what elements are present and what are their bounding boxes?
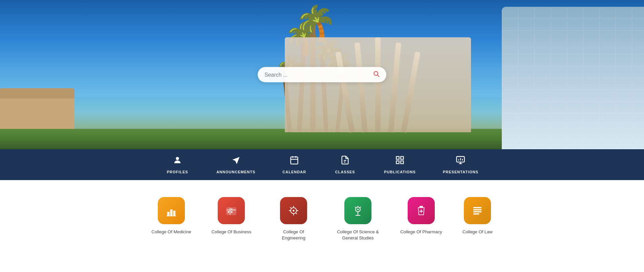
svg-rect-20 [170,210,172,216]
college-item-engineering[interactable]: College Of Engineering [272,197,316,241]
calendar-label: CALENDAR [282,170,306,174]
svg-rect-26 [228,211,229,213]
medicine-svg [164,203,178,218]
nav-item-presentations[interactable]: PRESENTATIONS [429,149,492,180]
search-button[interactable] [370,71,380,79]
college-label-law: College Of Law [463,229,493,235]
college-item-medicine[interactable]: College Of Medicine [151,197,191,235]
svg-rect-12 [401,161,403,163]
building-fins [349,37,406,132]
building-right [502,7,644,149]
nav-item-classes[interactable]: CLASSES [320,149,370,180]
svg-line-42 [355,207,356,208]
college-icon-law [464,197,491,224]
colleges-section: College Of Medicine College Of Business [0,180,644,255]
svg-line-43 [360,207,361,208]
svg-rect-49 [473,211,482,213]
building-center [285,37,471,132]
hero-section: 🌴 🌴 🌴 🌴 🌴 [0,0,644,149]
search-icon [373,71,380,77]
svg-rect-10 [401,157,403,159]
calendar-icon [289,155,299,167]
college-icon-medicine [158,197,185,224]
svg-rect-9 [396,157,399,159]
svg-point-30 [293,210,295,211]
college-icon-science [344,197,371,224]
building-right-grid [502,7,644,149]
college-item-science[interactable]: College Of Science & General Studies [336,197,380,241]
svg-point-38 [357,209,359,210]
engineering-svg [286,203,301,218]
fin-3 [375,37,381,132]
svg-rect-50 [473,213,479,215]
presentations-icon [456,155,465,167]
svg-line-36 [296,213,297,214]
college-label-engineering: College Of Engineering [272,229,316,241]
search-input[interactable] [264,71,370,78]
announcements-label: ANNOUNCEMENTS [216,170,255,174]
nav-inner: PROFILES ANNOUNCEMENTS CALENDAR [136,149,508,180]
fin-2 [355,42,368,132]
business-svg [224,203,238,218]
svg-line-35 [290,207,292,209]
science-svg [351,203,365,218]
search-box [258,67,386,82]
svg-rect-48 [473,209,482,211]
svg-point-2 [176,157,179,160]
publications-label: PUBLICATIONS [384,170,416,174]
nav-item-announcements[interactable]: ANNOUNCEMENTS [203,149,269,180]
svg-rect-11 [396,161,399,163]
college-icon-pharmacy [408,197,435,224]
nav-bar: PROFILES ANNOUNCEMENTS CALENDAR [0,149,644,180]
svg-rect-28 [231,209,232,210]
college-item-law[interactable]: College Of Law [463,197,493,235]
profiles-icon [173,155,182,167]
college-icon-business [218,197,245,224]
svg-rect-21 [173,211,175,216]
law-svg [470,203,485,218]
announcements-icon [231,155,241,167]
svg-rect-19 [167,212,170,216]
college-label-pharmacy: College Of Pharmacy [400,229,442,235]
college-label-business: College Of Business [211,229,251,235]
college-icon-engineering [280,197,307,224]
svg-rect-3 [291,157,298,164]
fin-4 [388,42,401,132]
svg-rect-47 [473,207,482,209]
college-item-business[interactable]: College Of Business [211,197,251,235]
profiles-label: PROFILES [167,170,188,174]
nav-item-publications[interactable]: PUBLICATIONS [370,149,429,180]
presentations-label: PRESENTATIONS [443,170,478,174]
svg-rect-27 [231,211,232,213]
college-label-science: College Of Science & General Studies [336,229,380,241]
college-item-pharmacy[interactable]: College Of Pharmacy [400,197,442,235]
classes-icon [340,155,350,167]
publications-icon [395,155,405,167]
nav-item-profiles[interactable]: PROFILES [152,149,203,180]
classes-label: CLASSES [335,170,355,174]
pharmacy-svg [414,203,428,218]
nav-item-calendar[interactable]: CALENDAR [269,149,320,180]
search-overlay [258,67,386,82]
college-label-medicine: College Of Medicine [151,229,191,235]
svg-line-1 [378,75,379,77]
